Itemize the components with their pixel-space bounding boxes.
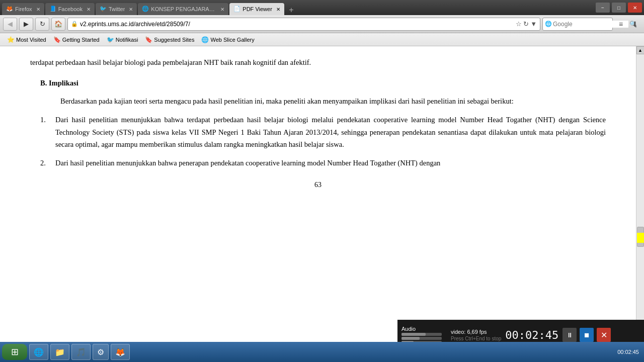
- back-button[interactable]: ◀: [3, 18, 17, 31]
- address-bar-container: 🔒 ☆ ↻ ▼: [67, 18, 540, 31]
- tab-firefox-close-icon[interactable]: ✕: [36, 7, 40, 12]
- media-audio-section: Audio: [401, 326, 447, 344]
- new-tab-button[interactable]: +: [285, 5, 297, 15]
- audio-bar-fill: [401, 333, 426, 336]
- taskbar-item-ie[interactable]: 🌐: [29, 344, 48, 360]
- pdf-list-num-2: 2.: [40, 157, 55, 169]
- scroll-up-button[interactable]: ▲: [636, 46, 645, 54]
- pdf-content: terdapat perbedaan hasil belajar biologi…: [0, 46, 636, 350]
- konsep-favicon-icon: 🌐: [142, 6, 149, 13]
- pdf-list-item-1: 1. Dari hasil penelitian menunjukkan bah…: [30, 114, 606, 151]
- taskbar-tray: 00:02:45: [614, 349, 642, 355]
- tab-konsep[interactable]: 🌐 KONSEP PENGAJARAN MICRO TEAC... ✕: [138, 3, 228, 15]
- bookmark-web-slice[interactable]: 🌐 Web Slice Gallery: [198, 35, 257, 44]
- bookmark-web-slice-label: Web Slice Gallery: [210, 37, 254, 43]
- search-engine-icon: 🌐: [545, 21, 552, 27]
- wmp-icon: 🎵: [76, 347, 86, 357]
- start-button[interactable]: ⊞: [2, 344, 27, 360]
- most-visited-icon: ⭐: [7, 36, 15, 43]
- notifikasi-icon: 🐦: [107, 36, 114, 43]
- folder-icon: 📁: [55, 347, 65, 357]
- getting-started-icon: 🔖: [53, 36, 61, 43]
- taskbar-item-wmp[interactable]: 🎵: [71, 344, 91, 360]
- nav-arrow-icon[interactable]: ▼: [530, 20, 537, 28]
- bookmark-notifikasi[interactable]: 🐦 Notifikasi: [104, 35, 141, 44]
- tab-facebook[interactable]: 📘 Facebook ✕: [45, 3, 95, 15]
- window-controls: − □ ✕: [596, 3, 642, 13]
- search-bar-container: 🌐 🔍: [542, 18, 613, 31]
- audio-bar-fill-2: [401, 337, 420, 340]
- start-icon: ⊞: [11, 346, 19, 357]
- firefox-taskbar-icon: 🦊: [115, 347, 125, 357]
- pdf-favicon-icon: 📄: [233, 6, 240, 13]
- address-input[interactable]: [80, 21, 514, 28]
- bookmark-notifikasi-label: Notifikasi: [116, 37, 138, 43]
- titlebar: 🦊 Firefox ✕ 📘 Facebook ✕ 🐦 Twitter ✕ 🌐 K…: [0, 0, 644, 15]
- media-close-button[interactable]: ✕: [597, 328, 611, 342]
- close-button[interactable]: ✕: [628, 3, 642, 13]
- media-controls: ⏸ ⏹ ✕: [562, 328, 611, 342]
- tab-twitter[interactable]: 🐦 Twitter ✕: [96, 3, 137, 15]
- media-hint: Press Ctrl+End to stop: [451, 336, 501, 341]
- taskbar-item-settings[interactable]: ⚙: [93, 344, 109, 360]
- media-video-section: video: 6,69 fps Press Ctrl+End to stop: [451, 329, 501, 341]
- tab-firefox-label: Firefox: [15, 6, 32, 12]
- maximize-button[interactable]: □: [612, 3, 626, 13]
- tab-konsep-label: KONSEP PENGAJARAN MICRO TEAC...: [151, 6, 216, 12]
- minimize-button[interactable]: −: [596, 3, 610, 13]
- tab-twitter-close-icon[interactable]: ✕: [129, 7, 133, 12]
- refresh-icon[interactable]: ↻: [523, 20, 529, 28]
- content-area: terdapat perbedaan hasil belajar biologi…: [0, 46, 644, 350]
- bookmark-most-visited[interactable]: ⭐ Most Visited: [4, 35, 49, 44]
- star-icon[interactable]: ☆: [516, 20, 522, 28]
- bookmark-most-visited-label: Most Visited: [16, 37, 46, 43]
- tab-firefox[interactable]: 🦊 Firefox ✕: [2, 3, 44, 15]
- scroll-track[interactable]: [636, 54, 644, 342]
- tab-facebook-close-icon[interactable]: ✕: [87, 7, 91, 12]
- ie-icon: 🌐: [34, 347, 44, 357]
- tab-pdf-label: PDF Viewer: [243, 6, 272, 12]
- twitter-favicon-icon: 🐦: [100, 6, 107, 13]
- pdf-page: terdapat perbedaan hasil belajar biologi…: [0, 56, 636, 191]
- taskbar-items: 🌐 📁 🎵 ⚙ 🦊: [29, 344, 612, 360]
- media-pause-button[interactable]: ⏸: [562, 328, 577, 342]
- pdf-list-item-2: 2. Dari hasil penelitian menunjukkan bah…: [30, 157, 606, 169]
- bookmark-suggested-sites-label: Suggested Sites: [154, 37, 194, 43]
- taskbar-item-firefox[interactable]: 🦊: [111, 344, 130, 360]
- suggested-sites-icon: 🔖: [145, 36, 152, 43]
- bookmark-list-icon[interactable]: ≡: [615, 18, 627, 30]
- firefox-favicon-icon: 🦊: [6, 6, 13, 13]
- navbar: ◀ ▶ ↻ 🏠 🔒 ☆ ↻ ▼ 🌐 🔍 ≡ ⬇: [0, 15, 644, 33]
- tab-facebook-label: Facebook: [58, 6, 83, 12]
- home-button[interactable]: 🏠: [51, 18, 65, 31]
- forward-button[interactable]: ▶: [19, 18, 33, 31]
- tab-pdf-close-icon[interactable]: ✕: [276, 7, 280, 12]
- pdf-list-num-1: 1.: [40, 114, 55, 151]
- bookmark-getting-started-label: Getting Started: [62, 37, 100, 43]
- pdf-intro-text: terdapat perbedaan hasil belajar biologi…: [30, 56, 606, 69]
- tab-bar: 🦊 Firefox ✕ 📘 Facebook ✕ 🐦 Twitter ✕ 🌐 K…: [2, 0, 596, 15]
- video-label: video: 6,69 fps: [451, 329, 501, 335]
- tab-pdf[interactable]: 📄 PDF Viewer ✕: [229, 3, 284, 15]
- tab-twitter-label: Twitter: [109, 6, 125, 12]
- web-slice-icon: 🌐: [201, 36, 209, 43]
- settings-icon: ⚙: [97, 347, 104, 357]
- scrollbar[interactable]: ▲ ▼: [636, 46, 644, 350]
- audio-bar: [401, 333, 442, 336]
- bookmarks-bar: ⭐ Most Visited 🔖 Getting Started 🐦 Notif…: [0, 33, 644, 46]
- taskbar: ⊞ 🌐 📁 🎵 ⚙ 🦊 00:02:45: [0, 342, 644, 362]
- scroll-position-indicator: [637, 233, 644, 243]
- taskbar-item-folder[interactable]: 📁: [50, 344, 69, 360]
- audio-bar-2: [401, 337, 442, 340]
- media-stop-button[interactable]: ⏹: [580, 328, 594, 342]
- media-time: 00:02:45: [505, 329, 558, 341]
- address-icons: ☆ ↻ ▼: [516, 20, 537, 28]
- pdf-list-text-1: Dari hasil penelitian menunjukkan bahwa …: [55, 114, 606, 151]
- bookmark-suggested-sites[interactable]: 🔖 Suggested Sites: [142, 35, 197, 44]
- tab-konsep-close-icon[interactable]: ✕: [220, 7, 224, 12]
- reload-button[interactable]: ↻: [35, 18, 49, 31]
- facebook-favicon-icon: 📘: [49, 6, 56, 13]
- audio-label: Audio: [401, 326, 447, 332]
- bookmark-getting-started[interactable]: 🔖 Getting Started: [50, 35, 103, 44]
- download-icon[interactable]: ⬇: [629, 18, 641, 30]
